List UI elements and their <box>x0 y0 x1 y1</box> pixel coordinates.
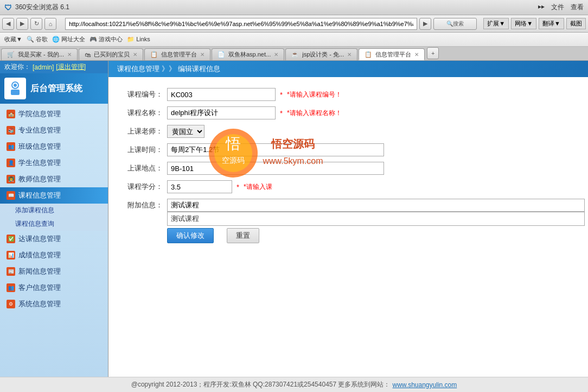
footer-website-link[interactable]: www.shuangyulin.com <box>393 381 457 389</box>
sidebar-item-system[interactable]: ⚙ 系统信息管理 <box>0 296 108 312</box>
news-icon: 📰 <box>7 267 15 276</box>
form-buttons-row: 确认修改 重置 <box>119 228 585 243</box>
nav-menu: 🏫 学院信息管理 📚 专业信息管理 👥 班级信息管理 👤 学生信息管理 👨‍🏫 … <box>0 104 108 314</box>
browser-toolbar: ◀ ▶ ↻ ⌂ ▶ 🔍搜索 扩展▼ 网络▼ 翻译▼ 截图 <box>0 15 588 33</box>
location-input[interactable] <box>167 162 384 175</box>
new-tab-button[interactable]: + <box>427 47 439 59</box>
sidebar-item-customer[interactable]: 👥 客户信息管理 <box>0 280 108 296</box>
credit-row: 课程学分： * *请输入课 <box>119 180 585 193</box>
breadcrumb-separator: 》》 <box>162 64 176 74</box>
browser-title: 360安全浏览器 6.1 <box>15 3 69 12</box>
form-container: 悟 空源码 悟空源码 www.5kym.com 课程编号： * *请输入课程编号… <box>108 77 588 377</box>
address-bar[interactable] <box>65 18 417 30</box>
tab-info-platform-active[interactable]: 📋 信息管理平台 ✕ <box>359 48 425 60</box>
time-input[interactable] <box>167 143 384 156</box>
class-icon: 👥 <box>7 142 15 151</box>
browser-logo: 🛡 <box>4 3 12 12</box>
tabs-bar: 🛒 我是买家 - 我的... ✕ 🛍 已买到的宝贝 ✕ 📋 信息管理平台 ✕ 📄… <box>0 47 588 61</box>
tab-close-3[interactable]: ✕ <box>200 52 204 58</box>
bookmark-games[interactable]: 🎮 游戏中心 <box>90 35 123 43</box>
sidebar-title: 后台管理系统 <box>30 83 82 94</box>
student-icon: 👤 <box>7 159 15 167</box>
user-greeting: 欢迎你： <box>4 62 30 72</box>
svg-rect-3 <box>11 90 20 95</box>
school-icon: 🏫 <box>7 110 15 118</box>
time-label: 上课时间： <box>119 145 163 155</box>
breadcrumb: 课程信息管理 》》 编辑课程信息 <box>108 61 588 77</box>
time-row: 上课时间： <box>119 143 585 156</box>
home-button[interactable]: ⌂ <box>44 18 56 30</box>
breadcrumb-current: 编辑课程信息 <box>178 64 220 74</box>
page-content: 欢迎你： [admin] [退出管理] 后台管理系统 🏫 学院信息管理 📚 <box>0 61 588 377</box>
sidebar-item-attendance[interactable]: ✅ 达课信息管理 <box>0 231 108 247</box>
sidebar-logo <box>4 78 26 99</box>
course-id-input[interactable] <box>167 88 276 101</box>
location-row: 上课地点： <box>119 162 585 175</box>
submit-button[interactable]: 确认修改 <box>167 228 214 243</box>
autocomplete-item-1[interactable]: 测试课程 <box>168 212 584 225</box>
sidebar-item-student[interactable]: 👤 学生信息管理 <box>0 155 108 171</box>
course-icon: 📖 <box>7 191 15 200</box>
extra-input[interactable] <box>167 199 585 212</box>
query-course-link[interactable]: 课程信息查询 <box>0 217 108 231</box>
sidebar-header: 后台管理系统 <box>0 73 108 104</box>
tab-jsp[interactable]: ☕ jsp设计类 - 免... ✕ <box>285 48 357 60</box>
autocomplete-dropdown: 测试课程 <box>167 212 585 226</box>
reset-button[interactable]: 重置 <box>227 228 259 243</box>
sidebar-item-grade[interactable]: 📊 成绩信息管理 <box>0 247 108 263</box>
network-btn[interactable]: 网络▼ <box>511 18 536 29</box>
tab-close-4[interactable]: ✕ <box>274 52 278 58</box>
credit-label: 课程学分： <box>119 182 163 192</box>
grade-icon: 📊 <box>7 251 15 260</box>
course-name-row: 课程名称： * *请输入课程名称！ <box>119 106 585 119</box>
course-name-input[interactable] <box>167 106 276 119</box>
attendance-icon: ✅ <box>7 235 15 243</box>
teacher-select[interactable]: 黄国立 <box>167 125 204 138</box>
logout-link[interactable]: [退出管理] <box>56 62 86 72</box>
course-id-row: 课程编号： * *请输入课程编号！ <box>119 88 585 101</box>
forward-button[interactable]: ▶ <box>16 18 28 30</box>
sidebar-item-course[interactable]: 📖 课程信息管理 <box>0 187 108 204</box>
browser-titlebar: 🛡 360安全浏览器 6.1 ▸▸ 文件 查看 <box>0 0 588 15</box>
screenshot-btn[interactable]: 截图 <box>566 18 586 29</box>
breadcrumb-root: 课程信息管理 <box>117 64 159 74</box>
sidebar-item-class[interactable]: 👥 班级信息管理 <box>0 138 108 155</box>
location-label: 上课地点： <box>119 163 163 173</box>
svg-point-2 <box>14 84 17 87</box>
tab-taobao-seller[interactable]: 🛒 我是买家 - 我的... ✕ <box>1 48 78 60</box>
bookmark-links[interactable]: 📁 Links <box>127 36 150 43</box>
add-course-link[interactable]: 添加课程信息 <box>0 204 108 217</box>
tab-shuangyulin[interactable]: 📄 双鱼林asp.net... ✕ <box>212 48 284 60</box>
credit-input[interactable] <box>167 180 232 193</box>
course-sub-menu: 添加课程信息 课程信息查询 <box>0 204 108 231</box>
tab-close-2[interactable]: ✕ <box>133 52 137 58</box>
refresh-button[interactable]: ↻ <box>30 18 42 30</box>
back-button[interactable]: ◀ <box>2 18 14 30</box>
sidebar-item-news[interactable]: 📰 新闻信息管理 <box>0 263 108 280</box>
search-button[interactable]: 🔍搜索 <box>433 18 477 30</box>
tab-bought-items[interactable]: 🛍 已买到的宝贝 ✕ <box>79 48 143 60</box>
tab-close-1[interactable]: ✕ <box>67 52 72 58</box>
tab-info-platform-1[interactable]: 📋 信息管理平台 ✕ <box>144 48 210 60</box>
extensions-btn[interactable]: 扩展▼ <box>483 18 509 29</box>
translate-btn[interactable]: 翻译▼ <box>539 18 564 29</box>
tab-close-5[interactable]: ✕ <box>347 52 351 58</box>
bookmark-google[interactable]: 🔍 谷歌 <box>27 35 48 43</box>
sidebar-item-teacher[interactable]: 👨‍🏫 教师信息管理 <box>0 171 108 187</box>
course-name-hint: *请输入课程名称！ <box>287 109 342 118</box>
course-id-hint: *请输入课程编号！ <box>287 90 342 99</box>
sidebar: 欢迎你： [admin] [退出管理] 后台管理系统 🏫 学院信息管理 📚 <box>0 61 108 377</box>
teacher-label: 上课老师： <box>119 127 163 136</box>
credit-hint: *请输入课 <box>244 182 272 192</box>
tab-close-6[interactable]: ✕ <box>414 52 419 58</box>
window-controls[interactable]: ▸▸ 文件 查看 <box>538 3 584 12</box>
teacher-icon: 👨‍🏫 <box>7 175 15 184</box>
bookmark-nav[interactable]: 🌐 网址大全 <box>52 35 85 43</box>
customer-icon: 👥 <box>7 283 15 292</box>
footer-copyright: @copyright 2012-2013；程序开发:双鱼林 QQ:2873074… <box>131 380 391 389</box>
footer: @copyright 2012-2013；程序开发:双鱼林 QQ:2873074… <box>0 377 588 392</box>
sidebar-item-school[interactable]: 🏫 学院信息管理 <box>0 106 108 122</box>
sidebar-item-major[interactable]: 📚 专业信息管理 <box>0 122 108 138</box>
system-icon: ⚙ <box>7 300 15 308</box>
go-button[interactable]: ▶ <box>419 18 431 30</box>
